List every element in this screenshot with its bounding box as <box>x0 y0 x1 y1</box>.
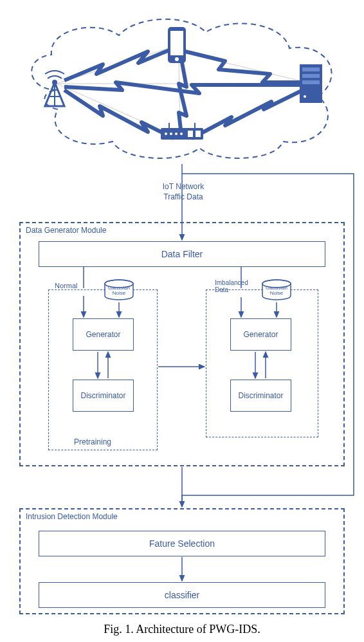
svg-rect-15 <box>302 80 320 84</box>
cloud-network <box>19 13 345 164</box>
svg-point-11 <box>175 57 179 61</box>
classifier-box: classifier <box>39 582 325 608</box>
server-icon <box>296 61 325 109</box>
intrusion-title: Intrusion Detection Module <box>26 512 118 521</box>
svg-rect-22 <box>188 131 193 137</box>
generator-left: Generator <box>73 318 134 351</box>
data-generator-title: Data Generator Module <box>26 226 106 235</box>
svg-rect-14 <box>302 74 320 78</box>
normal-label: Normal <box>55 282 77 289</box>
smartphone-icon <box>164 26 190 67</box>
svg-point-21 <box>180 133 183 135</box>
svg-rect-13 <box>302 68 320 71</box>
pretraining-label: Pretraining <box>74 437 111 446</box>
feature-selection-box: Fature Selection <box>39 531 325 556</box>
classifier-label: classifier <box>165 590 199 600</box>
svg-rect-23 <box>196 131 201 137</box>
data-filter-box: Data Filter <box>39 241 325 267</box>
svg-point-18 <box>165 133 167 135</box>
data-filter-label: Data Filter <box>161 249 203 259</box>
gaussian-noise-right: GaussianNoise <box>260 279 293 302</box>
figure-caption: Fig. 1. Architecture of PWG-IDS. <box>0 623 364 636</box>
svg-rect-10 <box>170 31 183 55</box>
svg-point-20 <box>175 133 177 135</box>
pretraining-gan-box <box>48 289 158 450</box>
imbalanced-label: ImbalancedData <box>215 279 248 293</box>
svg-point-16 <box>304 95 306 98</box>
discriminator-left: Discriminator <box>73 380 134 412</box>
gaussian-noise-left: GaussianNoise <box>103 279 135 302</box>
svg-point-19 <box>170 133 172 135</box>
router-icon <box>159 123 205 145</box>
discriminator-right: Discriminator <box>230 380 291 412</box>
generator-right: Generator <box>230 318 291 351</box>
main-gan-box <box>206 289 318 437</box>
feature-selection-label: Fature Selection <box>149 538 215 549</box>
traffic-label: IoT NetworkTraffic Data <box>148 182 219 202</box>
antenna-icon <box>39 64 71 112</box>
